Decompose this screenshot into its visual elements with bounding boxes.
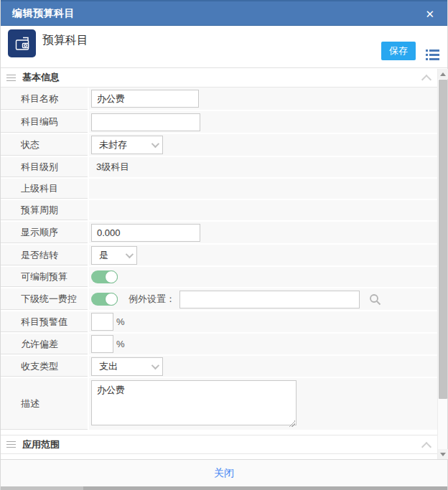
row-subject-code: 科目编码: [1, 111, 437, 134]
warning-value-input[interactable]: [91, 313, 113, 331]
field-label: 科目名称: [1, 88, 89, 110]
page-title: 预算科目: [42, 33, 88, 48]
carryover-select[interactable]: 是: [91, 246, 137, 265]
magnifier-icon[interactable]: [369, 293, 381, 306]
row-unified-control: 下级统一费控 例外设置：: [1, 288, 437, 311]
collapse-up-icon[interactable]: [420, 440, 433, 450]
field-label: 预算周期: [1, 200, 89, 220]
description-textarea[interactable]: 办公费: [91, 380, 297, 425]
field-label: 收支类型: [1, 356, 89, 377]
section-title: 应用范围: [22, 438, 60, 451]
unified-control-toggle-on[interactable]: [91, 293, 118, 306]
background-page-edge: [1, 486, 447, 490]
dialog-title: 编辑预算科目: [12, 7, 75, 20]
scroll-up-arrow[interactable]: [438, 69, 448, 79]
row-status: 状态 未封存: [1, 134, 437, 157]
form-content: 基本信息 科目名称 科目编码 状态 未封存 科目级别: [1, 68, 447, 459]
income-expense-type-select[interactable]: 支出: [91, 357, 163, 376]
resize-handle-icon[interactable]: [289, 420, 295, 427]
field-label: 下级统一费控: [1, 288, 89, 310]
dialog-footer: 关闭: [1, 459, 447, 486]
row-income-expense-type: 收支类型 支出: [1, 356, 437, 378]
row-budgetable: 可编制预算: [1, 267, 437, 288]
row-display-order: 显示顺序: [1, 222, 437, 245]
field-label: 是否结转: [1, 245, 89, 265]
field-label: 显示顺序: [1, 222, 89, 243]
display-order-input[interactable]: [91, 224, 200, 242]
budget-subject-icon: [8, 29, 36, 57]
page-header: 预算科目 保存: [1, 26, 447, 68]
subject-name-input[interactable]: [91, 90, 199, 108]
dialog-titlebar: 编辑预算科目 ✕: [1, 0, 447, 26]
row-deviation: 允许偏差 %: [1, 334, 437, 356]
toggle-knob: [105, 293, 118, 306]
section-basic-info: 基本信息: [1, 68, 437, 88]
field-label: 科目编码: [1, 111, 89, 133]
scrollbar-thumb[interactable]: [439, 80, 447, 399]
budgetable-toggle-on[interactable]: [91, 270, 118, 283]
row-parent-subject: 上级科目: [1, 179, 437, 200]
scroll-down-arrow[interactable]: [438, 449, 448, 459]
field-label: 科目预警值: [1, 311, 89, 332]
percent-suffix: %: [116, 316, 125, 327]
subject-level-value: 3级科目: [91, 161, 129, 174]
field-label: 允许偏差: [1, 334, 89, 354]
toggle-knob: [105, 270, 118, 283]
vertical-scrollbar[interactable]: [437, 69, 447, 459]
section-application-scope: 应用范围: [1, 435, 437, 454]
row-budget-period: 预算周期: [1, 200, 437, 222]
field-label: 上级科目: [1, 179, 89, 199]
section-drag-icon: [6, 75, 16, 81]
field-label: 描述: [1, 378, 89, 430]
subject-code-input[interactable]: [91, 113, 200, 131]
row-description: 描述 办公费: [1, 378, 437, 431]
field-label: 状态: [1, 134, 89, 156]
row-warning-value: 科目预警值 %: [1, 311, 437, 334]
chevron-down-icon: [126, 250, 134, 258]
exception-settings-input[interactable]: [179, 291, 360, 308]
close-link[interactable]: 关闭: [214, 467, 234, 480]
section-drag-icon: [6, 441, 16, 448]
row-subject-level: 科目级别 3级科目: [1, 157, 437, 179]
close-icon[interactable]: ✕: [422, 7, 437, 21]
exception-settings-label: 例外设置：: [129, 293, 175, 306]
section-title: 基本信息: [22, 71, 60, 84]
chevron-down-icon: [151, 140, 159, 148]
list-icon[interactable]: [424, 48, 440, 61]
row-carryover: 是否结转 是: [1, 245, 437, 267]
save-button[interactable]: 保存: [381, 42, 416, 60]
collapse-up-icon[interactable]: [420, 72, 433, 83]
field-label: 科目级别: [1, 157, 89, 177]
chevron-down-icon: [151, 361, 159, 369]
edit-budget-subject-dialog: 编辑预算科目 ✕ 预算科目 保存 基本信: [0, 0, 448, 490]
status-select[interactable]: 未封存: [91, 136, 163, 154]
field-label: 可编制预算: [1, 267, 89, 287]
deviation-input[interactable]: [91, 335, 113, 353]
percent-suffix: %: [116, 339, 125, 349]
row-subject-name: 科目名称: [1, 88, 437, 111]
